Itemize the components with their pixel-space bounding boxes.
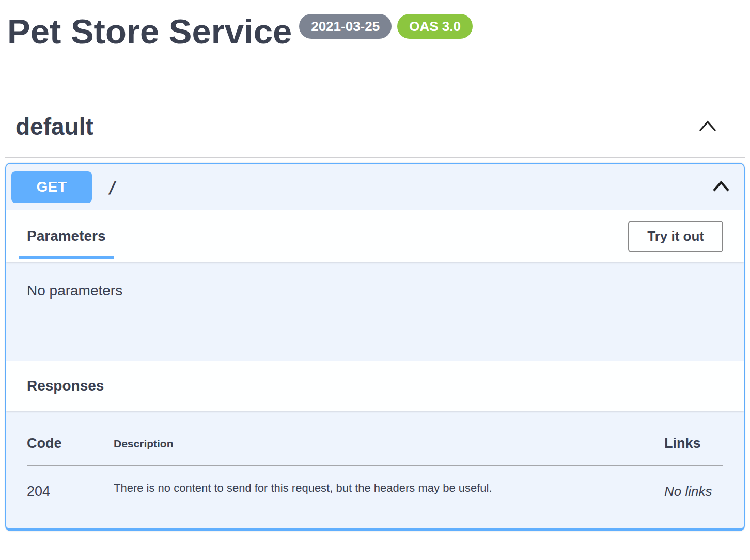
chevron-up-icon	[697, 118, 718, 136]
column-header-code: Code	[27, 435, 114, 465]
http-method-badge: GET	[11, 171, 92, 203]
responses-section-header: Responses	[6, 361, 744, 411]
swagger-page: Pet Store Service 2021-03-25 OAS 3.0 def…	[0, 0, 750, 531]
page-title: Pet Store Service	[7, 13, 292, 50]
column-header-description: Description	[114, 435, 664, 465]
no-parameters-text: No parameters	[27, 283, 122, 299]
section-divider	[5, 157, 745, 158]
response-code: 204	[27, 465, 114, 500]
parameters-section-header: Parameters Try it out	[6, 210, 744, 262]
responses-table-header-row: Code Description Links	[27, 435, 723, 465]
oas-badge: OAS 3.0	[397, 14, 473, 39]
section-collapse-button[interactable]	[697, 118, 718, 136]
tag-section-title: default	[15, 113, 93, 141]
responses-container: Code Description Links 204 There is no c…	[6, 411, 744, 528]
responses-title: Responses	[27, 378, 104, 394]
parameters-tab-label: Parameters	[27, 228, 106, 244]
opblock-summary[interactable]: GET /	[6, 164, 744, 210]
response-links: No links	[664, 465, 723, 500]
tab-parameters[interactable]: Parameters	[19, 210, 114, 262]
parameters-container: No parameters	[6, 262, 744, 361]
try-it-out-button[interactable]: Try it out	[628, 221, 723, 252]
response-description: There is no content to send for this req…	[114, 465, 664, 500]
title-badges: 2021-03-25 OAS 3.0	[299, 14, 473, 39]
tag-section-header-default[interactable]: default	[5, 106, 745, 140]
api-info: Pet Store Service 2021-03-25 OAS 3.0	[5, 0, 745, 50]
table-row: 204 There is no content to send for this…	[27, 465, 723, 500]
column-header-links: Links	[664, 435, 723, 465]
opblock-get-root: GET / Parameters Try it out No parameter…	[5, 163, 745, 531]
active-tab-indicator	[19, 256, 114, 259]
responses-table: Code Description Links 204 There is no c…	[27, 435, 723, 500]
chevron-up-icon	[712, 179, 730, 196]
operation-collapse-button[interactable]	[712, 179, 730, 196]
version-badge: 2021-03-25	[299, 14, 392, 39]
operation-path: /	[107, 177, 117, 197]
